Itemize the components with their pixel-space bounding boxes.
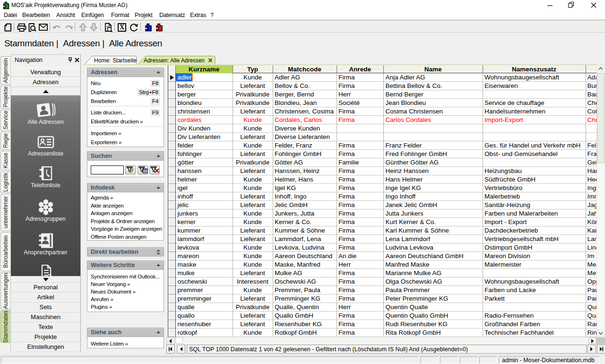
svg-text:Adressen: Alle Adressen: Adressen: Alle Adressen (144, 57, 205, 64)
svg-text:Home: Startseite: Home: Startseite (94, 57, 137, 64)
